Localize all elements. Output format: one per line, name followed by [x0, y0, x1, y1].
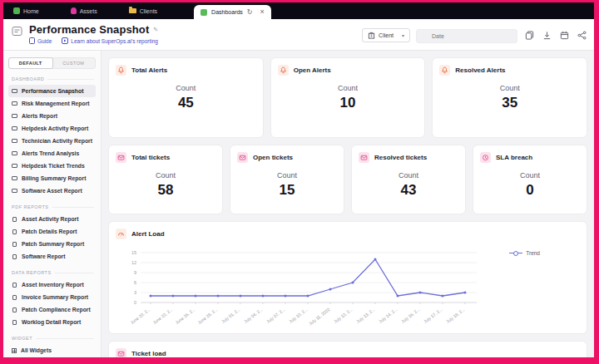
metric-value: 0 [480, 182, 580, 199]
sidebar-item-software-asset-report[interactable]: Software Asset Report [8, 184, 96, 197]
card-open-alerts[interactable]: Open Alerts Count 10 [270, 57, 426, 138]
svg-text:July 07, 2...: July 07, 2... [265, 307, 286, 324]
metric-value: 10 [278, 95, 418, 111]
report-icon [12, 242, 17, 247]
sidebar-item-helpdesk-activity-report[interactable]: Helpdesk Activity Report [8, 122, 96, 135]
card-total-tickets[interactable]: Total tickets Count 58 [108, 145, 223, 214]
file-icon [12, 320, 17, 325]
document-icon [29, 37, 35, 44]
tab-home[interactable]: Home [5, 2, 47, 19]
sidebar-item-software-report[interactable]: Software Report [8, 250, 96, 263]
file-icon [12, 307, 17, 312]
file-icon [12, 283, 17, 288]
schedule-button[interactable] [558, 29, 570, 41]
sidebar-item-alerts-report[interactable]: Alerts Report [8, 110, 96, 122]
card-title: Resolved Alerts [455, 66, 505, 74]
refresh-icon[interactable]: ↻ [247, 9, 253, 16]
metric-value: 43 [359, 182, 458, 199]
metric-value: 58 [116, 182, 215, 199]
tab-custom[interactable]: CUSTOM [52, 58, 96, 68]
svg-text:6: 6 [134, 280, 136, 285]
ticket-icon [359, 152, 369, 163]
metric-label: Count [439, 84, 580, 92]
legend-label: Trend [526, 250, 540, 256]
metric-label: Count [116, 84, 256, 92]
learn-reporting-link[interactable]: Learn about SuperOps.ai's reporting [62, 37, 158, 44]
svg-text:15: 15 [131, 250, 136, 255]
client-filter-select[interactable]: Client ▾ [362, 28, 410, 42]
svg-text:July 11, 2022: July 11, 2022 [308, 307, 331, 327]
download-button[interactable] [541, 29, 552, 41]
gauge-icon [116, 229, 126, 239]
tab-clients[interactable]: Clients [121, 2, 166, 19]
sidebar-item-patch-compliance-report[interactable]: Patch Compliance Report [8, 303, 96, 316]
metric-label: Count [278, 84, 418, 92]
card-resolved-tickets[interactable]: Resolved tickets Count 43 [351, 145, 466, 214]
card-title: Total tickets [131, 154, 170, 161]
sla-clock-icon [480, 152, 491, 163]
monitor-icon [12, 164, 17, 168]
dashboard-content: Total Alerts Count 45 Open Alerts Count … [101, 51, 594, 357]
sidebar-item-helpdesk-ticket-trends[interactable]: Helpdesk Ticket Trends [8, 160, 96, 172]
page-title: Performance Snapshot [29, 23, 149, 36]
svg-text:July 17, 2...: July 17, 2... [423, 307, 443, 324]
sidebar-item-risk-management-report[interactable]: Risk Management Report [8, 97, 96, 110]
date-filter-input[interactable] [416, 29, 517, 43]
clone-button[interactable] [523, 29, 535, 41]
monitor-icon [12, 189, 17, 193]
sidebar-item-invoice-summary-report[interactable]: Invoice Summary Report [8, 291, 96, 303]
edit-icon[interactable]: ✎ [153, 27, 158, 33]
sidebar-item-asset-activity-report[interactable]: Asset Activity Report [8, 213, 96, 225]
monitor-icon [12, 139, 17, 143]
svg-text:3: 3 [134, 290, 136, 295]
tab-assets[interactable]: Assets [62, 2, 106, 19]
svg-text:June 22, 2...: June 22, 2... [151, 307, 173, 325]
sidebar-item-all-widgets[interactable]: All Widgets [8, 344, 96, 357]
sidebar-item-patch-summary-report[interactable]: Patch Summary Report [8, 238, 96, 250]
svg-text:July 04, 2...: July 04, 2... [243, 307, 264, 324]
tab-default[interactable]: DEFAULT [8, 57, 53, 69]
alert-load-card: Alert Load Trend 03691215June 20, 2...Ju… [108, 221, 587, 334]
svg-text:12: 12 [131, 260, 136, 265]
chart-legend[interactable]: Trend [509, 250, 540, 256]
sidebar-toggle-icon[interactable] [12, 25, 22, 40]
section-label-dashboard: DASHBOARD [12, 76, 94, 81]
alert-bell-icon [278, 65, 289, 76]
svg-text:June 20, 2...: June 20, 2... [129, 307, 151, 325]
section-label-data-reports: DATA REPORTS [12, 270, 94, 275]
monitor-icon [12, 101, 17, 106]
svg-text:July 01, 2...: July 01, 2... [220, 307, 241, 324]
card-title: SLA breach [496, 154, 532, 161]
card-open-tickets[interactable]: Open tickets Count 15 [230, 145, 344, 214]
card-sla-breach[interactable]: SLA breach Count 0 [473, 145, 587, 214]
sidebar-item-patch-details-report[interactable]: Patch Details Report [8, 225, 96, 238]
sidebar-item-worklog-detail-report[interactable]: Worklog Detail Report [8, 316, 96, 328]
card-title: Resolved tickets [374, 154, 427, 161]
sidebar-item-performance-snapshot[interactable]: Performance Snapshot [8, 85, 96, 97]
app-window: Home Assets Clients Dashboards ↻ × Perfo… [0, 0, 599, 364]
card-resolved-alerts[interactable]: Resolved Alerts Count 35 [432, 57, 587, 138]
tab-label: Home [23, 8, 39, 14]
card-title: Open tickets [253, 154, 293, 161]
share-button[interactable] [576, 29, 587, 41]
home-icon [13, 7, 20, 14]
card-total-alerts[interactable]: Total Alerts Count 45 [108, 57, 264, 138]
ticket-icon [116, 152, 126, 163]
metric-value: 15 [237, 182, 337, 199]
monitor-icon [12, 151, 17, 155]
assets-icon [71, 7, 77, 14]
close-icon[interactable]: × [260, 8, 265, 16]
metric-label: Count [237, 171, 337, 180]
svg-text:July 18, 2...: July 18, 2... [445, 307, 466, 324]
section-label-widget: WIDGET [12, 336, 94, 341]
report-icon [12, 217, 17, 222]
sidebar-item-technician-activity-report[interactable]: Technician Activity Report [8, 135, 96, 147]
sidebar-item-billing-summary-report[interactable]: Billing Summary Report [8, 172, 96, 184]
tab-dashboards[interactable]: Dashboards ↻ × [194, 5, 271, 19]
metric-value: 45 [116, 95, 256, 111]
sidebar-item-asset-inventory-report[interactable]: Asset Inventory Report [8, 278, 96, 291]
alert-bell-icon [116, 65, 126, 76]
sidebar-item-alerts-trend-analysis[interactable]: Alerts Trend Analysis [8, 147, 96, 160]
guide-link[interactable]: Guide [29, 37, 52, 44]
report-icon [12, 254, 17, 259]
